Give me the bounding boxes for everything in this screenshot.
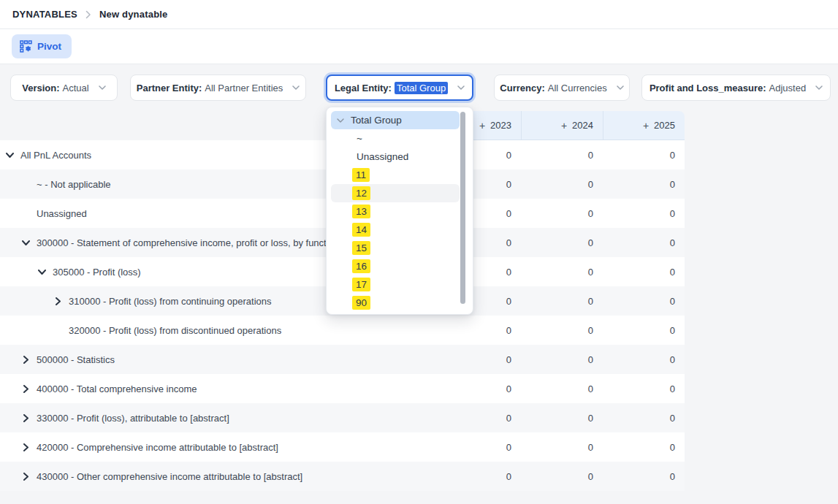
- table-row[interactable]: 330000 - Profit (loss), attributable to …: [0, 403, 685, 432]
- value-cell: 0: [439, 413, 521, 424]
- dropdown-item-label: Total Group: [351, 115, 402, 126]
- value-cell: 0: [521, 208, 603, 219]
- value-cell: 0: [439, 325, 521, 336]
- dropdown-item-label: 14: [352, 223, 370, 237]
- value-cell: 0: [603, 179, 685, 190]
- chevron-right-icon[interactable]: [54, 297, 62, 305]
- breadcrumb-chevron-right-icon: [85, 10, 91, 19]
- dropdown-item[interactable]: Total Group: [331, 111, 460, 129]
- pivot-button-label: Pivot: [37, 41, 61, 52]
- chevron-down-icon: [815, 85, 823, 90]
- dropdown-item[interactable]: ~: [331, 129, 460, 148]
- chevron-right-icon[interactable]: [22, 443, 30, 451]
- value-cell: 0: [603, 237, 685, 248]
- dropdown-item[interactable]: 11: [331, 166, 460, 184]
- table-row[interactable]: 420000 - Comprehensive income attributab…: [0, 432, 685, 462]
- year-column-label: 2023: [490, 120, 511, 131]
- chevron-right-icon[interactable]: [22, 356, 30, 364]
- filter-value: All Currencies: [548, 83, 607, 93]
- dropdown-item-label: 15: [352, 241, 370, 255]
- row-label: ~ - Not applicable: [37, 179, 111, 190]
- filter-label: Partner Entity:: [137, 83, 202, 93]
- dropdown-item[interactable]: 17: [331, 275, 460, 294]
- chevron-right-icon[interactable]: [22, 414, 30, 422]
- pivot-grid-gear-icon: [20, 40, 32, 53]
- dropdown-item-label: 90: [352, 296, 370, 310]
- expand-column-icon[interactable]: +: [479, 120, 485, 131]
- chevron-down-icon: [337, 118, 344, 123]
- chevron-down-icon[interactable]: [38, 270, 46, 275]
- value-cell: 0: [603, 413, 685, 424]
- value-cell: 0: [603, 296, 685, 307]
- dropdown-item-label: Unassigned: [357, 151, 408, 162]
- pivot-button[interactable]: Pivot: [12, 34, 72, 58]
- chevron-down-icon[interactable]: [6, 153, 14, 158]
- value-cell: 0: [439, 383, 521, 394]
- value-cell: 0: [603, 383, 685, 394]
- row-label-cell: 430000 - Other comprehensive income attr…: [0, 471, 439, 482]
- dropdown-item[interactable]: 14: [331, 221, 460, 239]
- value-cell: 0: [521, 179, 603, 190]
- filter-currency[interactable]: Currency:All Currencies: [494, 75, 630, 101]
- breadcrumb-root-link[interactable]: DYNATABLES: [12, 9, 77, 20]
- filter-value: Actual: [63, 83, 89, 93]
- value-cell: 0: [603, 442, 685, 453]
- chevron-down-icon: [99, 85, 106, 90]
- row-label: 420000 - Comprehensive income attributab…: [37, 442, 278, 453]
- dropdown-item-label: 12: [352, 186, 370, 200]
- value-cell: 0: [439, 471, 521, 482]
- row-label-cell: 400000 - Total comprehensive income: [0, 383, 439, 394]
- year-columns-header: +2023+2024+2025: [439, 111, 685, 140]
- filter-value: Adjusted: [769, 83, 807, 93]
- value-cell: 0: [521, 442, 603, 453]
- dropdown-item-list: Total Group~Unassigned1112131415161790: [327, 111, 473, 312]
- chevron-right-icon[interactable]: [22, 385, 30, 393]
- row-label: 430000 - Other comprehensive income attr…: [37, 471, 302, 482]
- row-label-cell: 420000 - Comprehensive income attributab…: [0, 442, 439, 453]
- dropdown-item[interactable]: Unassigned: [331, 148, 460, 166]
- dropdown-item-label: ~: [357, 133, 362, 144]
- filter-value: Total Group: [395, 82, 448, 94]
- row-label: 310000 - Profit (loss) from continuing o…: [69, 296, 271, 307]
- chevron-right-icon[interactable]: [22, 473, 30, 481]
- breadcrumb-current-page: New dynatable: [99, 9, 168, 20]
- table-row[interactable]: 400000 - Total comprehensive income000: [0, 374, 685, 403]
- value-cell: 0: [521, 413, 603, 424]
- row-label-cell: 500000 - Statistics: [0, 354, 439, 365]
- value-cell: 0: [603, 354, 685, 365]
- row-label: All PnL Accounts: [20, 150, 91, 161]
- row-label-cell: 320000 - Profit (loss) from discontinued…: [0, 325, 439, 336]
- value-cell: 0: [521, 383, 603, 394]
- year-column-header-2024: +2024: [521, 111, 603, 140]
- filter-partner-entity[interactable]: Partner Entity:All Partner Entities: [130, 75, 306, 101]
- value-cell: 0: [521, 296, 603, 307]
- table-row[interactable]: 320000 - Profit (loss) from discontinued…: [0, 316, 685, 345]
- row-label: Unassigned: [37, 208, 87, 219]
- table-row[interactable]: 430000 - Other comprehensive income attr…: [0, 462, 685, 491]
- row-label: 400000 - Total comprehensive income: [37, 383, 197, 394]
- row-label: 300000 - Statement of comprehensive inco…: [37, 237, 329, 248]
- year-column-label: 2024: [572, 120, 593, 131]
- chevron-down-icon: [617, 85, 624, 90]
- filter-profit-and-loss-measure[interactable]: Profit and Loss_measure:Adjusted: [641, 75, 831, 101]
- filter-value: All Partner Entities: [205, 83, 283, 93]
- value-cell: 0: [521, 267, 603, 278]
- chevron-down-icon[interactable]: [22, 240, 30, 245]
- value-cell: 0: [521, 150, 603, 161]
- value-cell: 0: [603, 267, 685, 278]
- table-row[interactable]: 500000 - Statistics000: [0, 345, 685, 374]
- dropdown-item[interactable]: 90: [331, 294, 460, 312]
- dropdown-scrollbar-thumb[interactable]: [460, 112, 465, 304]
- expand-column-icon[interactable]: +: [561, 120, 567, 131]
- row-label: 320000 - Profit (loss) from discontinued…: [69, 325, 281, 336]
- year-column-label: 2025: [654, 120, 675, 131]
- dropdown-item[interactable]: 12: [331, 184, 460, 202]
- dropdown-item[interactable]: 13: [331, 202, 460, 221]
- dropdown-item[interactable]: 16: [331, 257, 460, 275]
- expand-column-icon[interactable]: +: [643, 120, 649, 131]
- filter-version[interactable]: Version:Actual: [10, 75, 118, 101]
- dropdown-item-label: 13: [352, 205, 370, 218]
- dropdown-item[interactable]: 15: [331, 239, 460, 257]
- filter-legal-entity[interactable]: Legal Entity:Total Group: [326, 75, 473, 101]
- value-cell: 0: [439, 442, 521, 453]
